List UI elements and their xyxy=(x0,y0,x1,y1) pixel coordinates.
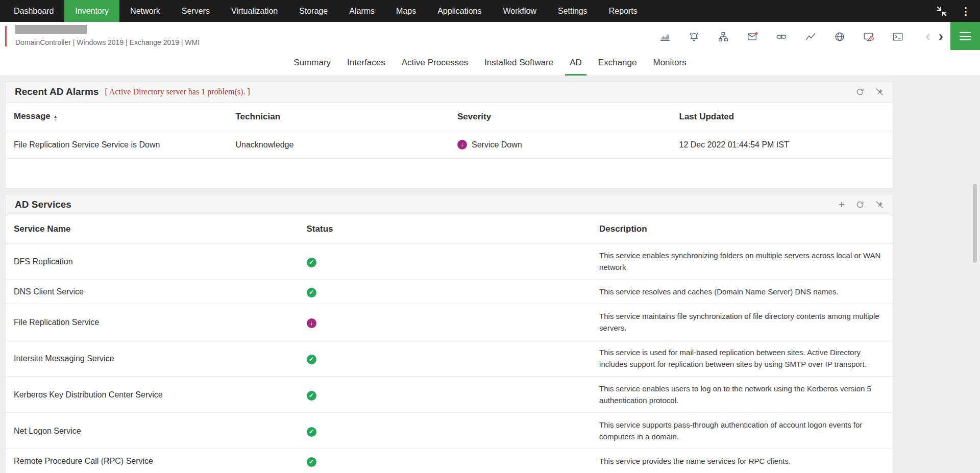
device-pager: ‹ › xyxy=(925,29,943,43)
ad-service-row[interactable]: DFS Replication ✓ This service enables s… xyxy=(6,243,893,280)
alarm-last-updated: 12 Dec 2022 01:44:54 PM IST xyxy=(671,131,893,159)
terminal-icon[interactable] xyxy=(892,31,903,42)
service-description: This service provides the name services … xyxy=(591,449,893,473)
status-up-icon: ✓ xyxy=(307,258,316,267)
hamburger-menu-button[interactable] xyxy=(950,22,980,50)
panel-title: AD Services xyxy=(15,199,71,210)
recent-ad-alarms-panel: Recent AD Alarms [ Active Directory serv… xyxy=(5,81,893,189)
unpin-icon[interactable] xyxy=(875,88,884,96)
panel-title: Recent AD Alarms xyxy=(15,86,99,97)
nav-item-servers[interactable]: Servers xyxy=(171,0,220,22)
service-name: Kerberos Key Distribution Center Service xyxy=(6,377,299,413)
area-chart-icon[interactable] xyxy=(659,31,671,42)
ad-service-row[interactable]: Net Logon Service ✓ This service support… xyxy=(6,413,893,449)
status-up-icon: ✓ xyxy=(307,288,316,297)
alarm-technician: Unacknowledge xyxy=(228,131,450,159)
ad-service-row[interactable]: Remote Procedure Call (RPC) Service ✓ Th… xyxy=(6,449,893,473)
service-name: Remote Procedure Call (RPC) Service xyxy=(6,449,299,473)
link-icon[interactable] xyxy=(776,31,787,42)
refresh-icon[interactable] xyxy=(856,88,864,96)
service-description: This service enables users to log on to … xyxy=(591,377,893,413)
service-description: This service enables synchronizing folde… xyxy=(591,243,893,280)
tab-ad[interactable]: AD xyxy=(565,50,586,76)
status-up-icon: ✓ xyxy=(307,355,316,364)
device-header: DomainController | Windows 2019 | Exchan… xyxy=(0,22,980,50)
tab-active-processes[interactable]: Active Processes xyxy=(397,50,473,76)
alarm-bell-icon[interactable] xyxy=(689,31,700,42)
unpin-icon[interactable] xyxy=(875,201,884,209)
kebab-menu-icon[interactable]: ⋮ xyxy=(961,5,971,17)
service-name: Net Logon Service xyxy=(6,413,299,449)
mail-notification-icon[interactable] xyxy=(747,31,758,42)
breadcrumb: DomainController | Windows 2019 | Exchan… xyxy=(15,38,200,46)
nav-item-maps[interactable]: Maps xyxy=(385,0,427,22)
ad-services-table: Service Name Status Description DFS Repl… xyxy=(6,215,893,473)
column-header-severity[interactable]: Severity xyxy=(449,103,671,131)
tab-exchange[interactable]: Exchange xyxy=(594,50,642,76)
tab-interfaces[interactable]: Interfaces xyxy=(342,50,390,76)
device-toolbar xyxy=(659,31,903,42)
column-header-last-updated[interactable]: Last Updated xyxy=(671,103,893,131)
column-header-message[interactable]: Message▲▼ xyxy=(6,103,228,131)
nav-item-virtualization[interactable]: Virtualization xyxy=(220,0,288,22)
ad-problem-alert: [ Active Directory server has 1 problem(… xyxy=(105,87,250,96)
nav-item-storage[interactable]: Storage xyxy=(288,0,338,22)
severity-accent-bar xyxy=(5,26,7,46)
service-description: This service is used for mail-based repl… xyxy=(591,340,893,377)
column-header-technician[interactable]: Technician xyxy=(228,103,450,131)
ad-service-row[interactable]: Kerberos Key Distribution Center Service… xyxy=(6,377,893,413)
tab-installed-software[interactable]: Installed Software xyxy=(480,50,558,76)
column-header-description: Description xyxy=(591,215,893,243)
nav-item-applications[interactable]: Applications xyxy=(427,0,492,22)
status-up-icon: ✓ xyxy=(307,427,316,437)
service-description: This service supports pass-through authe… xyxy=(591,413,893,449)
alarm-message: File Replication Service Service is Down xyxy=(6,131,228,159)
add-icon[interactable]: + xyxy=(839,200,845,209)
chevron-left-icon[interactable]: ‹ xyxy=(925,29,930,43)
sort-icon: ▲▼ xyxy=(54,115,58,122)
ad-services-panel: AD Services + Service Name Status Descri… xyxy=(5,194,893,473)
refresh-icon[interactable] xyxy=(856,201,864,209)
monitor-disabled-icon[interactable] xyxy=(863,31,874,42)
nav-item-settings[interactable]: Settings xyxy=(547,0,598,22)
recent-ad-alarms-table: Message▲▼ Technician Severity Last Updat… xyxy=(6,103,893,159)
device-tabbar: Summary Interfaces Active Processes Inst… xyxy=(0,50,980,76)
top-navbar: Dashboard Inventory Network Servers Virt… xyxy=(0,0,980,22)
nav-item-workflow[interactable]: Workflow xyxy=(492,0,547,22)
topology-icon[interactable] xyxy=(718,31,729,42)
service-description: This service resolves and caches (Domain… xyxy=(591,280,893,304)
column-header-status: Status xyxy=(299,215,592,243)
severity-down-icon: ↓ xyxy=(457,140,467,150)
vertical-scrollbar[interactable] xyxy=(973,184,977,263)
globe-icon[interactable] xyxy=(834,31,845,42)
ad-service-row[interactable]: Intersite Messaging Service ✓ This servi… xyxy=(6,340,893,377)
alarm-severity-label: Service Down xyxy=(472,139,522,151)
status-up-icon: ✓ xyxy=(307,391,316,401)
service-name: Intersite Messaging Service xyxy=(6,340,299,377)
nav-item-alarms[interactable]: Alarms xyxy=(338,0,385,22)
service-name: File Replication Service xyxy=(6,304,299,340)
nav-item-dashboard[interactable]: Dashboard xyxy=(3,0,64,22)
ad-service-row[interactable]: DNS Client Service ✓ This service resolv… xyxy=(6,280,893,304)
status-up-icon: ✓ xyxy=(307,457,316,467)
nav-item-inventory[interactable]: Inventory xyxy=(64,0,119,22)
chevron-right-icon[interactable]: › xyxy=(939,29,943,43)
service-name: DNS Client Service xyxy=(6,280,299,304)
empty-area xyxy=(6,159,893,188)
status-down-icon: ↓ xyxy=(307,318,316,328)
service-description: This service maintains file synchronizat… xyxy=(591,304,893,340)
main-content: Recent AD Alarms [ Active Directory serv… xyxy=(0,76,980,473)
ad-service-row[interactable]: File Replication Service ↓ This service … xyxy=(6,304,893,340)
collapse-fullscreen-icon[interactable] xyxy=(936,6,947,17)
device-name-redacted xyxy=(15,25,87,34)
tab-summary[interactable]: Summary xyxy=(289,50,335,76)
service-name: DFS Replication xyxy=(6,243,299,280)
tab-monitors[interactable]: Monitors xyxy=(648,50,691,76)
nav-item-network[interactable]: Network xyxy=(119,0,171,22)
nav-item-reports[interactable]: Reports xyxy=(598,0,648,22)
line-chart-icon[interactable] xyxy=(805,31,816,42)
alarm-row[interactable]: File Replication Service Service is Down… xyxy=(6,131,893,159)
column-header-service-name: Service Name xyxy=(6,215,299,243)
